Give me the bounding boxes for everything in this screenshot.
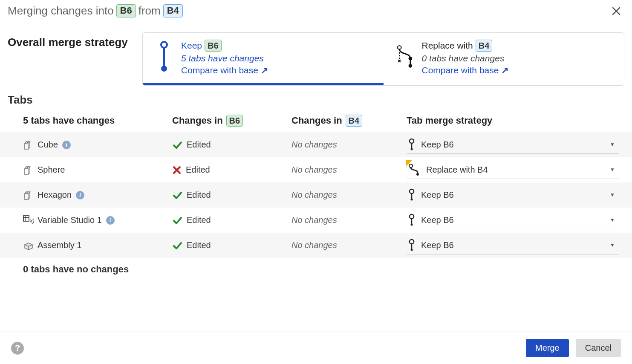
replace-branch-icon (396, 40, 413, 74)
keep-branch-icon (408, 188, 415, 201)
tab-name-text: Cube (38, 140, 58, 150)
chevron-down-icon: ▼ (610, 217, 615, 223)
tab-name-text: Hexagon (38, 190, 72, 200)
check-icon (172, 240, 182, 251)
svg-point-6 (408, 64, 412, 68)
tab-name-cell: Cubei (23, 140, 172, 150)
strategy-replace[interactable]: Replace with B4 0 tabs have changes Comp… (384, 33, 624, 85)
table-row: SphereEditedNo changesReplace with B4▼ (0, 157, 632, 182)
strategy-replace-text: Replace with B4 0 tabs have changes Comp… (422, 40, 509, 75)
tab-strategy-label: Replace with B4 (426, 165, 488, 175)
changes-source-cell: No changes (291, 190, 407, 200)
help-button[interactable]: ? (11, 342, 24, 355)
changes-target-cell: Edited (172, 140, 291, 150)
keep-branch-icon (408, 138, 415, 151)
strategy-replace-sub: 0 tabs have changes (422, 53, 509, 64)
svg-point-11 (416, 173, 419, 176)
target-branch-badge: B6 (116, 4, 136, 17)
tab-strategy-label: Keep B6 (421, 190, 454, 200)
col-changes-source-prefix: Changes in (291, 115, 342, 126)
changes-target-cell: Edited (172, 215, 291, 225)
changes-target-cell: Edited (172, 165, 291, 175)
svg-point-20 (410, 214, 414, 219)
strategy-keep-sub: 5 tabs have changes (181, 53, 268, 64)
dialog-header: Merging changes into B6 from B4 (0, 0, 632, 28)
source-branch-badge: B4 (163, 4, 183, 17)
strategy-options: Keep B6 5 tabs have changes Compare with… (142, 32, 624, 86)
svg-point-2 (161, 66, 167, 72)
changes-source-cell: No changes (291, 240, 407, 250)
tab-strategy-select[interactable]: Keep B6▼ (407, 211, 619, 229)
tab-name-cell: Hexagoni (23, 190, 172, 200)
svg-point-23 (410, 240, 414, 244)
tab-strategy-select[interactable]: Keep B6▼ (407, 186, 619, 204)
title-middle: from (139, 4, 161, 17)
tab-name-cell: x)Variable Studio 1i (23, 215, 172, 225)
tab-name-text: Assembly 1 (38, 240, 81, 250)
overall-strategy-label: Overall merge strategy (8, 32, 136, 49)
changes-target-text: Edited (187, 240, 211, 250)
strategy-replace-branch-badge: B4 (476, 40, 493, 52)
strategy-replace-link-text: Compare with base (422, 65, 499, 75)
info-icon[interactable]: i (106, 216, 115, 225)
chevron-down-icon: ▼ (610, 142, 615, 147)
table-row: CubeiEditedNo changesKeep B6▼ (0, 132, 632, 157)
info-icon[interactable]: i (76, 191, 84, 199)
tab-strategy-label: Keep B6 (421, 240, 454, 250)
keep-branch-icon (408, 214, 415, 226)
chevron-down-icon: ▼ (610, 167, 615, 173)
check-icon (172, 140, 182, 150)
tab-strategy-select[interactable]: Replace with B4▼ (407, 161, 619, 179)
overall-strategy-section: Overall merge strategy Keep B6 5 tabs ha… (0, 28, 632, 86)
chevron-down-icon: ▼ (610, 192, 615, 198)
dialog-title: Merging changes into B6 from B4 (8, 4, 183, 17)
svg-point-21 (411, 224, 413, 226)
changes-target-text: Edited (187, 215, 211, 225)
strategy-keep-compare-link[interactable]: Compare with base (181, 65, 268, 75)
col-changes-source: Changes in B4 (291, 115, 407, 127)
svg-point-5 (408, 57, 412, 61)
changes-target-cell: Edited (172, 240, 291, 251)
strategy-keep-title: Keep B6 (181, 40, 268, 52)
tab-strategy-select[interactable]: Keep B6▼ (407, 136, 619, 154)
part-icon (23, 165, 33, 175)
override-flag-icon (406, 160, 412, 166)
tab-name-text: Variable Studio 1 (38, 215, 102, 225)
table-row: HexagoniEditedNo changesKeep B6▼ (0, 182, 632, 208)
close-button[interactable] (608, 5, 624, 17)
part-icon (23, 140, 33, 150)
svg-point-1 (161, 42, 167, 48)
keep-branch-icon (408, 239, 415, 251)
strategy-keep[interactable]: Keep B6 5 tabs have changes Compare with… (143, 33, 384, 85)
col-changes-summary: 5 tabs have changes (23, 115, 172, 127)
tab-name-text: Sphere (38, 165, 65, 175)
col-changes-target: Changes in B6 (172, 115, 291, 127)
svg-point-13 (410, 189, 414, 194)
tab-strategy-select[interactable]: Keep B6▼ (407, 236, 619, 254)
changes-source-cell: No changes (291, 215, 407, 225)
changes-target-text: Edited (186, 165, 210, 175)
table-row: x)Variable Studio 1iEditedNo changesKeep… (0, 208, 632, 233)
strategy-replace-compare-link[interactable]: Compare with base (422, 65, 509, 75)
tabs-table-header: 5 tabs have changes Changes in B6 Change… (0, 111, 632, 132)
dialog-footer: ? Merge Cancel (0, 332, 632, 364)
svg-point-14 (411, 199, 413, 201)
changes-target-text: Edited (187, 190, 211, 200)
tab-name-cell: Sphere (23, 165, 172, 175)
table-row: Assembly 1EditedNo changesKeep B6▼ (0, 233, 632, 258)
strategy-keep-link-text: Compare with base (181, 65, 258, 75)
svg-point-8 (410, 139, 414, 143)
no-changes-header: 0 tabs have no changes (0, 258, 632, 281)
cancel-button[interactable]: Cancel (576, 339, 621, 357)
info-icon[interactable]: i (62, 141, 71, 149)
check-icon (172, 190, 182, 200)
tabs-heading: Tabs (0, 86, 632, 111)
col-changes-target-prefix: Changes in (172, 115, 223, 126)
title-prefix: Merging changes into (8, 4, 114, 17)
tab-strategy-label: Keep B6 (421, 140, 454, 150)
cross-icon (172, 165, 182, 175)
svg-text:x): x) (29, 217, 35, 224)
changes-source-cell: No changes (291, 140, 407, 150)
merge-button[interactable]: Merge (526, 339, 569, 357)
col-target-badge: B6 (226, 115, 243, 127)
